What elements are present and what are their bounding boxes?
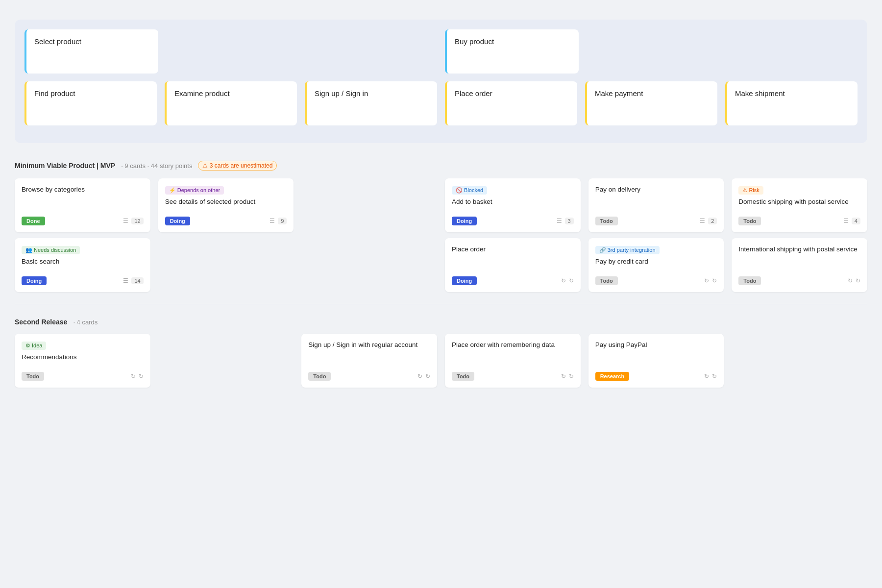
epic-card-signup-signin[interactable]: Sign up / Sign in [305,81,437,125]
status-badge[interactable]: Todo [22,372,44,381]
epic-card-label: Make shipment [735,89,785,98]
unestimated-badge: ⚠ 3 cards are unestimated [198,161,277,171]
status-badge[interactable]: Doing [22,276,47,285]
card-actions: ↻↻ [704,373,717,380]
status-badge[interactable]: Doing [452,276,477,285]
status-badge[interactable]: Todo [738,217,761,225]
story-card-browse-categories[interactable]: Browse by categoriesDone☰12 [15,178,150,232]
column-5 [732,334,867,388]
count-badge: 4 [852,218,860,224]
story-card-pay-on-delivery[interactable]: Pay on deliveryTodo☰2 [588,178,724,232]
list-icon[interactable]: ☰ [270,218,275,224]
epic-card-label: Find product [34,89,75,98]
refresh-icon[interactable]: ↻ [561,373,566,380]
story-card-signup-regular[interactable]: Sign up / Sign in with regular accountTo… [301,334,437,388]
story-card-pay-by-credit[interactable]: 🔗 3rd party integrationPay by credit car… [588,238,724,292]
story-card-place-order-card[interactable]: Place orderDoing↻↻ [445,238,581,292]
card-footer: Todo↻↻ [308,372,430,381]
status-badge[interactable]: Todo [452,372,474,381]
card-title: Pay by credit card [595,257,717,267]
release-header-second-release: Second Release· 4 cards [15,314,867,326]
list-icon[interactable]: ☰ [843,218,849,224]
list-icon[interactable]: ☰ [557,218,562,224]
epic-card-empty [305,29,437,74]
column-1 [158,334,294,388]
card-actions: ↻↻ [417,373,430,380]
status-badge[interactable]: Todo [738,276,761,285]
card-top: 🔗 3rd party integrationPay by credit car… [595,245,717,267]
epic-card-empty [166,29,298,74]
card-top: ⚠ RiskDomestic shipping with postal serv… [738,185,860,207]
story-card-basic-search[interactable]: 👥 Needs discussionBasic searchDoing☰14 [15,238,150,292]
status-badge[interactable]: Done [22,217,45,225]
epic-card-select-product[interactable]: Select product [24,29,158,74]
status-badge[interactable]: Research [595,372,630,381]
card-tag: ⚙ Idea [22,342,46,350]
epic-row-2: Find productExamine productSign up / Sig… [24,81,858,125]
story-card-see-details[interactable]: ⚡ Depends on otherSee details of selecte… [158,178,294,232]
story-card-pay-paypal[interactable]: Pay using PayPalResearch↻↻ [588,334,724,388]
release-meta: · 4 cards [73,318,98,326]
status-badge[interactable]: Todo [595,276,618,285]
card-footer: Todo↻↻ [595,276,717,285]
card-actions: ↻↻ [561,277,574,284]
column-5: ⚠ RiskDomestic shipping with postal serv… [732,178,867,292]
epic-card-place-order[interactable]: Place order [445,81,577,125]
epic-card-make-shipment[interactable]: Make shipment [725,81,858,125]
card-actions: ↻↻ [848,277,860,284]
epic-card-label: Make payment [595,89,643,98]
card-top: Pay using PayPal [595,341,717,350]
card-actions: ☰2 [700,218,717,224]
count-badge: 14 [131,277,143,284]
card-tag: 👥 Needs discussion [22,246,80,254]
card-actions: ☰4 [843,218,860,224]
release-header-mvp: Minimum Viable Product | MVP· 9 cards · … [15,157,867,171]
action-icon[interactable]: ↻ [712,373,717,380]
refresh-icon[interactable]: ↻ [848,277,853,284]
column-3: 🚫 BlockedAdd to basketDoing☰3Place order… [445,178,581,292]
card-footer: Doing☰9 [165,217,287,225]
story-card-place-order-remember[interactable]: Place order with remembering dataTodo↻↻ [445,334,581,388]
card-actions: ☰12 [123,218,143,224]
card-tag: 🚫 Blocked [452,186,487,195]
card-footer: Todo☰2 [595,217,717,225]
card-title: Recommendations [22,353,144,362]
epic-row-1: Select productBuy product [24,29,858,74]
card-title: Place order [452,245,574,254]
card-title: Place order with remembering data [452,341,574,350]
epic-card-find-product[interactable]: Find product [24,81,157,125]
story-card-domestic-shipping[interactable]: ⚠ RiskDomestic shipping with postal serv… [732,178,867,232]
release-title: Minimum Viable Product | MVP [15,162,115,170]
list-icon[interactable]: ☰ [123,277,128,284]
list-icon[interactable]: ☰ [700,218,705,224]
refresh-icon[interactable]: ↻ [131,373,136,380]
status-badge[interactable]: Doing [165,217,190,225]
refresh-icon[interactable]: ↻ [704,373,709,380]
epic-card-examine-product[interactable]: Examine product [165,81,297,125]
action-icon[interactable]: ↻ [569,277,574,284]
status-badge[interactable]: Todo [308,372,331,381]
action-icon[interactable]: ↻ [139,373,144,380]
story-card-international-shipping[interactable]: International shipping with postal servi… [732,238,867,292]
epic-card-buy-product[interactable]: Buy product [445,29,579,74]
epic-card-empty [587,29,718,74]
card-tag: ⚡ Depends on other [165,186,224,195]
epic-card-make-payment[interactable]: Make payment [585,81,717,125]
refresh-icon[interactable]: ↻ [417,373,422,380]
column-4: Pay on deliveryTodo☰2🔗 3rd party integra… [588,178,724,292]
story-card-add-to-basket[interactable]: 🚫 BlockedAdd to basketDoing☰3 [445,178,581,232]
list-icon[interactable]: ☰ [123,218,128,224]
action-icon[interactable]: ↻ [425,373,430,380]
status-badge[interactable]: Doing [452,217,477,225]
card-title: Pay on delivery [595,185,717,195]
card-title: Basic search [22,257,144,267]
action-icon[interactable]: ↻ [712,277,717,284]
action-icon[interactable]: ↻ [569,373,574,380]
section-separator [15,304,867,304]
refresh-icon[interactable]: ↻ [561,277,566,284]
status-badge[interactable]: Todo [595,217,618,225]
action-icon[interactable]: ↻ [856,277,860,284]
epic-card-label: Select product [34,37,81,46]
refresh-icon[interactable]: ↻ [704,277,709,284]
story-card-recommendations[interactable]: ⚙ IdeaRecommendationsTodo↻↻ [15,334,150,388]
